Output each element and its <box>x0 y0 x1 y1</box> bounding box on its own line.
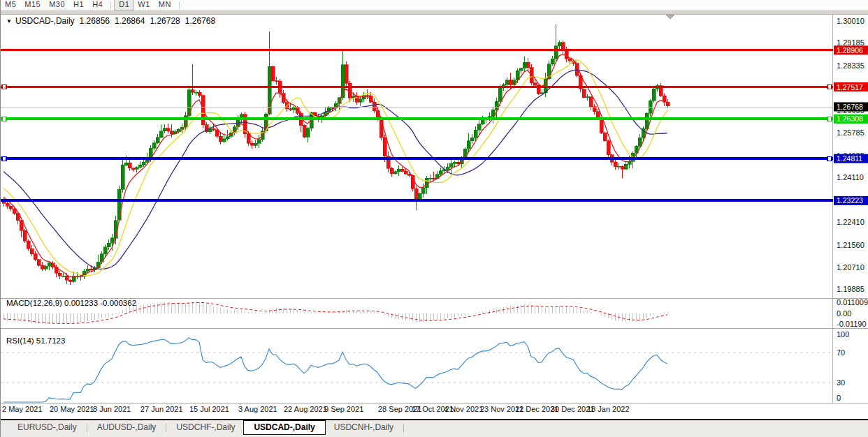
svg-text:1.28335: 1.28335 <box>837 61 865 70</box>
timeframe-button-m5[interactable]: M5 <box>1 0 20 10</box>
svg-text:15 Jul 2021: 15 Jul 2021 <box>189 405 229 413</box>
chevron-down-icon[interactable]: ▼ <box>6 18 12 24</box>
svg-text:1.25785: 1.25785 <box>837 128 865 137</box>
svg-text:1.26768: 1.26768 <box>837 103 863 111</box>
chart-tab-audusd[interactable]: AUDUSD-,Daily <box>89 421 165 434</box>
svg-text:1.30010: 1.30010 <box>837 17 865 25</box>
macd-label: MACD(12,26,9) 0.001233 -0.000362 <box>6 299 136 307</box>
timeframe-button-h4[interactable]: H4 <box>88 0 107 10</box>
svg-text:70: 70 <box>837 348 845 357</box>
svg-text:4 Nov 2021: 4 Nov 2021 <box>444 405 483 413</box>
timeframe-button-m30[interactable]: M30 <box>45 0 69 10</box>
svg-text:-0.01190: -0.01190 <box>837 320 867 328</box>
toolbar-separator <box>179 1 180 9</box>
line-handle-knob <box>827 85 832 89</box>
chart-horizontal-scrollband[interactable] <box>1 10 868 15</box>
chart-tab-usdchf[interactable]: USDCHF-,Daily <box>168 421 243 434</box>
timeframe-toolbar: M5M15M30H1H4D1W1MN <box>1 0 868 10</box>
timeframe-button-w1[interactable]: W1 <box>133 0 154 10</box>
chart-tabs-bar: EURUSD-,DailyAUDUSD-,DailyUSDCHF-,DailyU… <box>1 419 868 437</box>
tab-separator <box>166 424 166 432</box>
chart-tab-eurusd[interactable]: EURUSD-,Daily <box>9 421 85 434</box>
svg-text:18 Jan 2022: 18 Jan 2022 <box>587 405 630 413</box>
timeframe-button-h1[interactable]: H1 <box>69 0 88 10</box>
svg-text:1.21560: 1.21560 <box>837 241 865 249</box>
line-handle-knob <box>827 117 832 121</box>
toolbar-separator <box>110 1 111 9</box>
svg-text:1.20710: 1.20710 <box>837 263 865 272</box>
svg-text:3 Aug 2021: 3 Aug 2021 <box>238 405 277 413</box>
rsi-label: RSI(14) 51.7123 <box>6 336 65 345</box>
svg-text:22 Aug 2021: 22 Aug 2021 <box>284 405 327 413</box>
ohlc-high: 1.26864 <box>115 16 145 26</box>
line-handle-knob <box>2 117 6 121</box>
chart-tab-usdcad[interactable]: USDCAD-,Daily <box>243 420 325 435</box>
svg-text:1.24110: 1.24110 <box>837 173 864 182</box>
line-handle-knob <box>2 156 6 161</box>
svg-text:0: 0 <box>837 394 841 402</box>
tab-separator <box>87 424 87 432</box>
line-handle-knob <box>827 156 832 161</box>
ohlc-close: 1.26768 <box>185 16 215 26</box>
svg-text:1.26308: 1.26308 <box>837 114 863 123</box>
svg-text:100: 100 <box>837 330 849 339</box>
chart-canvas[interactable]: 1.300101.291851.283351.266351.257851.249… <box>1 0 868 437</box>
svg-text:1.23223: 1.23223 <box>837 196 863 205</box>
svg-text:2 May 2021: 2 May 2021 <box>2 405 42 413</box>
tab-separator <box>403 424 404 432</box>
timeframe-button-d1[interactable]: D1 <box>115 0 133 10</box>
line-handle-knob <box>2 85 6 89</box>
svg-text:1.19885: 1.19885 <box>837 285 865 293</box>
timeframe-button-m15[interactable]: M15 <box>20 0 45 10</box>
svg-text:0.00: 0.00 <box>837 309 851 318</box>
svg-text:1.22410: 1.22410 <box>837 218 865 226</box>
chart-title: ▼USDCAD-,Daily1.268561.268641.267281.267… <box>6 16 215 26</box>
svg-text:1.24811: 1.24811 <box>837 154 862 163</box>
svg-text:1.27517: 1.27517 <box>837 83 863 91</box>
symbol-label: USDCAD-,Daily <box>15 16 75 26</box>
time-axis: 2 May 202120 May 20218 Jun 202127 Jun 20… <box>2 405 630 413</box>
svg-text:27 Jun 2021: 27 Jun 2021 <box>140 405 183 413</box>
svg-text:9 Sep 2021: 9 Sep 2021 <box>324 405 363 413</box>
ohlc-open: 1.26856 <box>80 16 110 26</box>
timeframe-button-mn[interactable]: MN <box>154 0 175 10</box>
chart-tab-usdcnh[interactable]: USDCNH-,Daily <box>326 421 402 434</box>
svg-text:8 Jun 2021: 8 Jun 2021 <box>93 405 131 413</box>
ohlc-low: 1.26728 <box>150 16 180 26</box>
trading-platform-window: M5M15M30H1H4D1W1MN 1.300101.291851.28335… <box>0 0 868 437</box>
svg-text:30: 30 <box>837 378 845 387</box>
svg-text:20 May 2021: 20 May 2021 <box>50 405 94 413</box>
svg-text:1.28906: 1.28906 <box>837 46 863 54</box>
svg-text:0.011009: 0.011009 <box>837 298 868 306</box>
